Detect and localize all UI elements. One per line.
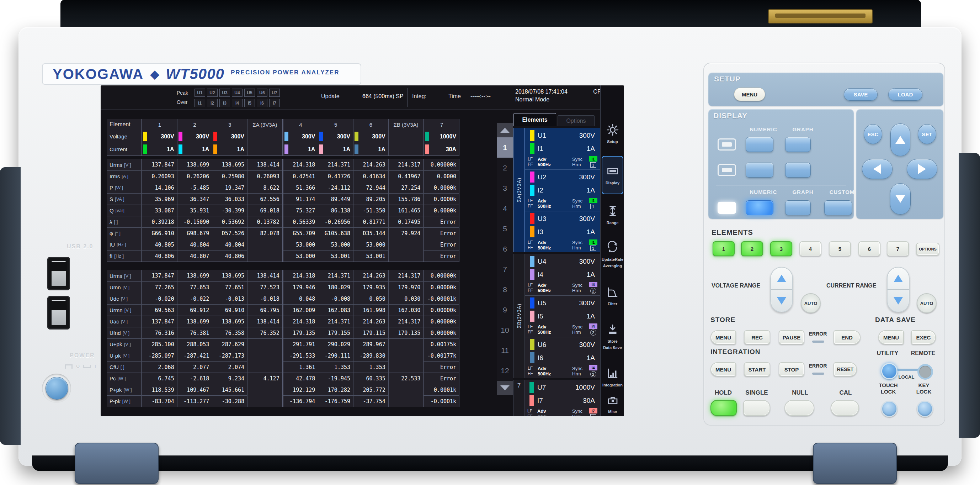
page-item-12[interactable]: 12 [497, 361, 513, 381]
page-item-10[interactable]: 10 [497, 320, 513, 340]
config-value: 300V [231, 134, 244, 140]
element-block-U4[interactable]: U4300VI41ALFFFAdv500HzSyncHrmI42 [525, 254, 601, 296]
element-block-U2[interactable]: U2300VI21ALFFFAdv500HzSyncHrmI11 [525, 170, 601, 211]
numeric-button-row2[interactable] [746, 163, 773, 177]
value-cell: 22.533 [388, 373, 423, 384]
arrow-down-button[interactable] [890, 183, 911, 215]
rail-item-display[interactable]: Display [601, 156, 624, 194]
store-pause-button[interactable]: PAUSE [779, 330, 804, 345]
element-block-U7[interactable]: U71000VI730ALFFFAdvOFFSyncHrmI71 [525, 380, 601, 416]
options-button[interactable]: OPTIONS [916, 242, 939, 255]
remote-button[interactable] [917, 364, 933, 380]
config-row-label: Voltage [107, 130, 141, 143]
power-button[interactable] [46, 377, 68, 400]
current-color-chip [530, 352, 535, 363]
element-key-7[interactable]: 7 [887, 241, 909, 256]
integration-menu-button[interactable]: MENU [711, 362, 736, 377]
page-item-4[interactable]: 4 [497, 198, 513, 219]
current-auto-button[interactable]: AUTO [917, 293, 937, 313]
measurement-value: Error [440, 364, 456, 370]
touch-lock-button[interactable] [881, 400, 897, 417]
measurement-value: 162.030 [398, 307, 420, 313]
page-item-7[interactable]: 7 [497, 259, 513, 279]
measurement-value: 40.806 [225, 253, 244, 259]
vent-slot [775, 14, 865, 18]
sync-hrm-badges: I11 [588, 156, 598, 168]
value-cell: -285.097 [141, 350, 177, 361]
rail-item-filter[interactable]: Filter [601, 278, 624, 314]
page-item-6[interactable]: 6 [497, 239, 513, 259]
integration-start-button[interactable]: START [744, 362, 770, 377]
voltage-range-up[interactable] [771, 268, 792, 290]
tab-elements[interactable]: Elements [514, 113, 556, 126]
voltage-color-chip [530, 297, 535, 308]
page-item-2[interactable]: 2 [497, 158, 513, 178]
numeric-button-row1[interactable] [746, 137, 773, 152]
key-lock-button[interactable] [917, 400, 933, 417]
tab-options[interactable]: Options [558, 115, 595, 126]
integration-reset-button[interactable]: RESET [834, 362, 857, 377]
esc-button[interactable]: ESC [864, 124, 882, 144]
voltage-row: U4300V [525, 255, 601, 268]
voltage-auto-button[interactable]: AUTO [801, 293, 821, 313]
save-button[interactable]: SAVE [844, 88, 878, 101]
page-scroll-down[interactable] [497, 381, 513, 395]
rail-item-setup[interactable]: Setup [601, 115, 624, 152]
set-button[interactable]: SET [918, 124, 936, 144]
element-key-2[interactable]: 2 [741, 241, 763, 256]
config-value: 1A [308, 146, 315, 153]
measurement-value: -0.022 [190, 296, 209, 302]
graph-button-row1[interactable] [785, 137, 811, 152]
graph-button-row2[interactable] [785, 163, 811, 177]
page-item-9[interactable]: 9 [497, 300, 513, 320]
cal-button[interactable] [830, 400, 859, 416]
store-rec-button[interactable]: REC [744, 330, 770, 345]
single-button[interactable] [743, 400, 770, 416]
datasave-exec-button[interactable]: EXEC [911, 330, 936, 345]
store-end-button[interactable]: END [834, 330, 861, 345]
current-range-down[interactable] [888, 290, 909, 312]
page-item-5[interactable]: 5 [497, 219, 513, 239]
element-key-6[interactable]: 6 [858, 241, 880, 256]
rail-item-misc[interactable]: Misc [601, 392, 624, 416]
display-indicator-2 [718, 164, 736, 176]
rail-item-integration[interactable]: Integration [601, 359, 624, 396]
peak-over-u-badge: U6 [257, 89, 267, 97]
page-item-3[interactable]: 3 [497, 178, 513, 198]
arrow-right-button[interactable] [907, 159, 937, 179]
store-menu-button[interactable]: MENU [711, 330, 736, 345]
element-block-U5[interactable]: U5300VI51ALFFFAdv500HzSyncHrmI42 [525, 296, 601, 337]
setup-menu-button[interactable]: MENU [734, 88, 765, 101]
element-key-4[interactable]: 4 [799, 241, 821, 256]
rail-item-updaterate[interactable]: UpdateRateAveraging [601, 236, 624, 273]
page-scroll-up[interactable] [497, 123, 513, 137]
value-cell: 0.0000k [423, 182, 459, 193]
filter-values: Adv500Hz [538, 282, 572, 293]
datasave-menu-button[interactable]: MENU [878, 330, 904, 345]
element-block-U6[interactable]: U6300VI61ALFFFAdv500HzSyncHrmI42 [525, 337, 601, 379]
graph-button-row3[interactable] [785, 200, 811, 215]
element-key-1[interactable]: 1 [713, 241, 735, 256]
page-item-1[interactable]: 1 [497, 137, 513, 158]
page-item-8[interactable]: 8 [497, 279, 513, 300]
down-arrow-icon [500, 385, 509, 390]
current-range-up[interactable] [888, 268, 909, 290]
quantity-label: Umn [110, 284, 121, 290]
null-button[interactable] [784, 400, 814, 416]
arrow-up-button[interactable] [890, 123, 910, 156]
element-block-U3[interactable]: U3300VI31ALFFFAdv500HzSyncHrmI11 [525, 211, 601, 253]
load-button[interactable]: LOAD [888, 88, 923, 101]
integration-stop-button[interactable]: STOP [779, 362, 804, 377]
numeric-button-row3-lit[interactable] [746, 200, 773, 215]
voltage-range-down[interactable] [771, 290, 792, 312]
element-key-3[interactable]: 3 [770, 241, 792, 256]
page-item-11[interactable]: 11 [497, 340, 513, 361]
arrow-left-button[interactable] [862, 159, 892, 179]
measurement-value: 0.00000k [431, 307, 456, 313]
hold-button[interactable] [711, 400, 737, 416]
rail-item-store[interactable]: StoreData Save [601, 318, 624, 355]
element-key-5[interactable]: 5 [829, 241, 851, 256]
rail-item-range[interactable]: Range [601, 196, 624, 233]
element-block-U1[interactable]: U1300VI11ALFFFAdv500HzSyncHrmI11 [525, 128, 601, 170]
custom-button[interactable] [824, 200, 852, 215]
